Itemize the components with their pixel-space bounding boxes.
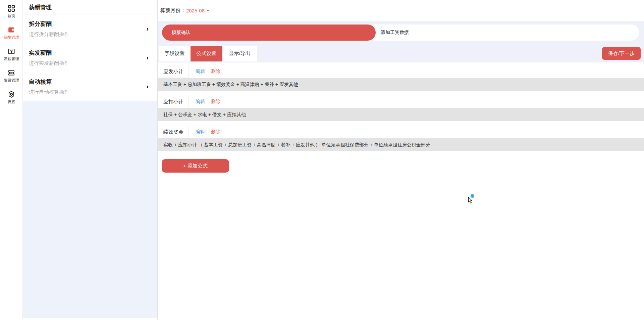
panel-header: 薪酬管理 xyxy=(23,0,157,14)
chevron-right-icon: › xyxy=(146,25,149,32)
sidebar-item-label: 发薪管理 xyxy=(4,56,19,61)
save-next-button[interactable]: 保存/下一步 xyxy=(602,47,641,60)
tab-field-settings[interactable]: 字段设置 xyxy=(159,46,191,61)
panel-item-split-salary[interactable]: 拆分薪酬 进行拆分薪酬操作 › xyxy=(23,14,157,43)
panel-item-title: 拆分薪酬 xyxy=(29,20,144,28)
formula-expression: 实收 + 应扣小计 - ( 基本工资 + 总加班工资 + 高温津贴 + 餐补 +… xyxy=(158,138,644,151)
formula-name: 绩效奖金 xyxy=(158,126,189,138)
salary-panel: 薪酬管理 拆分薪酬 进行拆分薪酬操作 › 实发薪酬 进行实发薪酬操作 › 自动核… xyxy=(23,0,158,320)
chevron-right-icon: › xyxy=(146,54,149,61)
tab-formula-settings[interactable]: 公式设置 xyxy=(191,46,222,61)
add-formula-button[interactable]: + 添加公式 xyxy=(162,159,229,173)
step-bar: 添加工资数据 模版确认 xyxy=(158,25,644,41)
formula-section: 绩效奖金 编辑 删除 实收 + 应扣小计 - ( 基本工资 + 总加班工资 + … xyxy=(158,126,644,151)
step-label: 模版确认 xyxy=(172,30,191,36)
ticket-icon xyxy=(8,69,15,77)
formula-section-header: 应扣小计 编辑 删除 xyxy=(158,95,644,108)
formula-expression: 社保 + 公积金 + 水电 + 借支 + 应扣其他 xyxy=(158,108,644,121)
main-content: 算薪月份： 2025-08 添加工资数据 模版确认 字段设置 公式设 xyxy=(158,0,644,320)
yen-card-icon: ¥ xyxy=(8,48,15,55)
formula-name: 应扣小计 xyxy=(158,95,189,108)
formula-expression: 基本工资 + 总加班工资 + 绩效奖金 + 高温津贴 + 餐补 + 应发其他 xyxy=(158,78,644,91)
sidebar-item-label: 首页 xyxy=(8,13,15,18)
panel-item-title: 实发薪酬 xyxy=(29,49,144,57)
delete-link[interactable]: 删除 xyxy=(211,99,220,105)
steps-and-tabs-strip: 添加工资数据 模版确认 字段设置 公式设置 显示/导出 保存/下一步 xyxy=(158,21,644,62)
tab-bar: 字段设置 公式设置 显示/导出 保存/下一步 xyxy=(158,46,644,61)
formula-list: 应发小计 编辑 删除 基本工资 + 总加班工资 + 绩效奖金 + 高温津贴 + … xyxy=(158,62,644,320)
edit-link[interactable]: 编辑 xyxy=(196,129,205,135)
sidebar-item-home[interactable]: 首页 xyxy=(0,3,23,25)
month-select[interactable]: 2025-08 xyxy=(186,8,209,13)
formula-section-header: 应发小计 编辑 删除 xyxy=(158,65,644,78)
month-label: 算薪月份： xyxy=(160,7,185,14)
sidebar-item-invoice[interactable]: 发票管理 xyxy=(0,68,23,89)
delete-link[interactable]: 删除 xyxy=(211,68,220,75)
delete-link[interactable]: 删除 xyxy=(211,129,220,135)
panel-item-desc: 进行自动核算操作 xyxy=(29,89,144,95)
sidebar-item-label: 设置 xyxy=(8,99,15,104)
tab-label: 显示/导出 xyxy=(229,50,250,57)
step-template-confirm[interactable]: 模版确认 xyxy=(162,25,376,41)
app-window: 首页 薪酬管理 ¥ 发薪管理 xyxy=(0,0,644,320)
formula-name: 应发小计 xyxy=(158,65,189,78)
formula-section: 应发小计 编辑 删除 基本工资 + 总加班工资 + 绩效奖金 + 高温津贴 + … xyxy=(158,65,644,91)
step-add-salary-data[interactable]: 添加工资数据 xyxy=(368,25,639,41)
home-grid-icon xyxy=(8,5,15,12)
wallet-icon xyxy=(8,26,15,34)
icon-sidebar: 首页 薪酬管理 ¥ 发薪管理 xyxy=(0,0,23,320)
panel-title: 薪酬管理 xyxy=(29,3,52,11)
panel-empty-area xyxy=(23,101,157,318)
tab-label: 公式设置 xyxy=(197,50,217,57)
sidebar-item-label: 发票管理 xyxy=(4,78,19,83)
chevron-right-icon: › xyxy=(146,83,149,90)
caret-down-icon xyxy=(207,10,209,11)
sidebar-item-settings[interactable]: 设置 xyxy=(0,89,23,111)
panel-item-title: 自动核算 xyxy=(29,78,144,86)
month-toolbar: 算薪月份： 2025-08 xyxy=(158,0,644,21)
step-label: 添加工资数据 xyxy=(381,30,409,36)
formula-section: 应扣小计 编辑 删除 社保 + 公积金 + 水电 + 借支 + 应扣其他 xyxy=(158,95,644,121)
sidebar-item-salary[interactable]: 薪酬管理 xyxy=(0,25,23,46)
svg-text:¥: ¥ xyxy=(10,49,13,54)
formula-section-header: 绩效奖金 编辑 删除 xyxy=(158,126,644,138)
panel-item-desc: 进行实发薪酬操作 xyxy=(29,60,144,66)
gear-icon xyxy=(8,91,15,98)
sidebar-item-payroll[interactable]: ¥ 发薪管理 xyxy=(0,46,23,68)
edit-link[interactable]: 编辑 xyxy=(196,68,205,75)
panel-item-desc: 进行拆分薪酬操作 xyxy=(29,31,144,38)
tab-label: 字段设置 xyxy=(165,50,185,57)
month-value: 2025-08 xyxy=(186,8,205,13)
tab-display-export[interactable]: 显示/导出 xyxy=(222,46,257,61)
edit-link[interactable]: 编辑 xyxy=(196,99,205,105)
panel-item-net-salary[interactable]: 实发薪酬 进行实发薪酬操作 › xyxy=(23,43,157,72)
panel-item-auto-calc[interactable]: 自动核算 进行自动核算操作 › xyxy=(23,72,157,101)
sidebar-item-label: 薪酬管理 xyxy=(4,35,19,40)
